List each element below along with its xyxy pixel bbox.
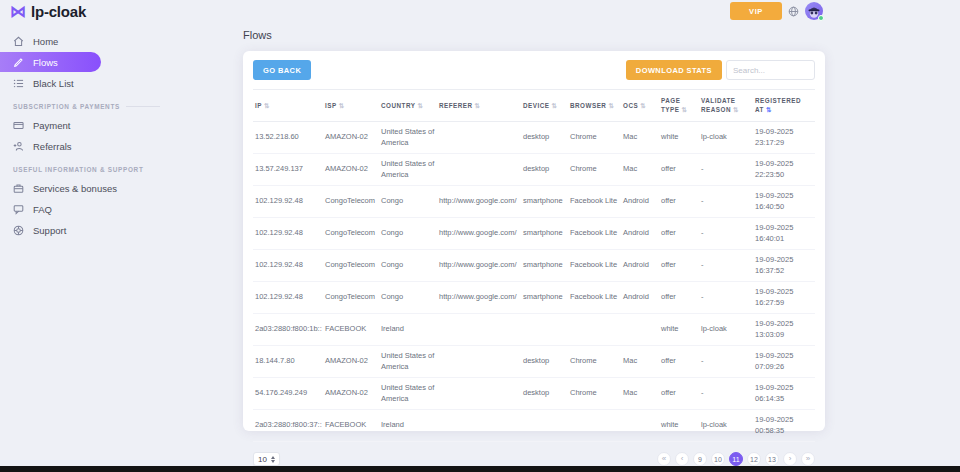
cell-validate-reason: -: [699, 282, 753, 314]
sidebar-item-label: Services & bonuses: [33, 183, 117, 194]
column-header-isp[interactable]: ISP⇅: [323, 90, 379, 122]
go-back-button[interactable]: GO BACK: [253, 60, 311, 80]
per-page-select[interactable]: 10: [253, 452, 280, 466]
column-header-validate-reason[interactable]: VALIDATE REASON⇅: [699, 90, 753, 122]
cell-country: Congo: [379, 250, 437, 282]
column-header-ip[interactable]: IP⇅: [253, 90, 323, 122]
sidebar-item-referrals[interactable]: Referrals: [0, 136, 232, 156]
page-button-12[interactable]: 12: [747, 452, 761, 466]
sort-icon: ⇅: [640, 102, 646, 109]
main-content: Flows GO BACK DOWNLOAD STATS IP⇅: [243, 29, 825, 431]
column-header-browser[interactable]: BROWSER⇅: [568, 90, 621, 122]
bottom-bar: [0, 466, 960, 472]
language-globe-icon[interactable]: [788, 6, 799, 17]
list-icon: [13, 78, 24, 89]
page-button-13[interactable]: 13: [765, 452, 779, 466]
cell-referer: [437, 314, 521, 346]
registered-date: 19-09-2025: [755, 159, 813, 170]
table-row: 2a03:2880:f800:37:: FACEBOOK Ireland whi…: [253, 410, 815, 442]
cell-device: desktop: [521, 122, 568, 154]
sidebar-item-services[interactable]: Services & bonuses: [0, 178, 232, 198]
page-button-9[interactable]: 9: [693, 452, 707, 466]
vip-button[interactable]: VIP: [730, 2, 782, 20]
column-header-device[interactable]: DEVICE⇅: [521, 90, 568, 122]
sidebar-section-support: USEFUL INFORMATION & SUPPORT: [13, 166, 232, 173]
card-toolbar: GO BACK DOWNLOAD STATS: [253, 60, 815, 80]
cell-validate-reason: lp-cloak: [699, 314, 753, 346]
cell-browser: Chrome: [568, 378, 621, 410]
prev-page-button[interactable]: ‹: [675, 452, 689, 466]
cell-isp: CongoTelecom: [323, 186, 379, 218]
sidebar-item-faq[interactable]: FAQ: [0, 199, 232, 219]
table-row: 2a03:2880:f800:1b:: FACEBOOK Ireland whi…: [253, 314, 815, 346]
cell-device: smartphone: [521, 218, 568, 250]
column-label: PAGE TYPE: [661, 97, 680, 113]
column-header-country[interactable]: COUNTRY⇅: [379, 90, 437, 122]
cell-page-type: white: [659, 122, 699, 154]
registered-time: 16:37:52: [755, 266, 813, 277]
cell-ip: 102.129.92.48: [253, 218, 323, 250]
next-page-button[interactable]: ›: [783, 452, 797, 466]
column-header-page-type[interactable]: PAGE TYPE⇅: [659, 90, 699, 122]
cell-page-type: white: [659, 410, 699, 442]
registered-time: 23:17:29: [755, 138, 813, 149]
sidebar-item-label: Flows: [33, 57, 58, 68]
sort-icon: ⇅: [681, 106, 687, 113]
cell-ocs: Android: [621, 250, 659, 282]
cell-ip: 54.176.249.249: [253, 378, 323, 410]
column-label: ISP: [325, 102, 337, 109]
sidebar-item-label: Home: [33, 36, 58, 47]
cell-page-type: offer: [659, 186, 699, 218]
logo[interactable]: ⋈ lp-cloak: [10, 3, 86, 20]
table-row: 13.52.218.60 AMAZON-02 United States of …: [253, 122, 815, 154]
column-label: BROWSER: [570, 102, 606, 109]
cell-referer: http://www.google.com/: [437, 250, 521, 282]
search-input[interactable]: [726, 60, 815, 80]
cell-validate-reason: -: [699, 154, 753, 186]
sidebar-item-support[interactable]: Support: [0, 220, 232, 240]
first-page-button[interactable]: «: [657, 452, 671, 466]
sidebar-item-home[interactable]: Home: [0, 31, 232, 51]
page-button-10[interactable]: 10: [711, 452, 725, 466]
cell-browser: [568, 410, 621, 442]
cell-device: desktop: [521, 378, 568, 410]
cell-ip: 13.57.249.137: [253, 154, 323, 186]
registered-date: 19-09-2025: [755, 287, 813, 298]
credit-card-icon: [13, 120, 24, 131]
home-icon: [13, 36, 24, 47]
cell-ocs: Mac: [621, 346, 659, 378]
column-header-referer[interactable]: REFERER⇅: [437, 90, 521, 122]
column-label: REFERER: [439, 102, 473, 109]
last-page-button[interactable]: »: [801, 452, 815, 466]
avatar[interactable]: [805, 2, 823, 20]
table-row: 18.144.7.80 AMAZON-02 United States of A…: [253, 346, 815, 378]
download-stats-button[interactable]: DOWNLOAD STATS: [626, 60, 722, 80]
page-button-11-active[interactable]: 11: [729, 452, 743, 466]
registered-date: 19-09-2025: [755, 223, 813, 234]
cell-page-type: offer: [659, 250, 699, 282]
cell-validate-reason: lp-cloak: [699, 122, 753, 154]
column-header-registered-at[interactable]: REGISTERED AT⇅: [753, 90, 815, 122]
sidebar-item-black-list[interactable]: Black List: [0, 73, 232, 93]
cell-ip: 102.129.92.48: [253, 282, 323, 314]
cell-isp: CongoTelecom: [323, 250, 379, 282]
cell-referer: [437, 346, 521, 378]
sidebar-item-flows[interactable]: Flows: [0, 52, 101, 72]
cell-ip: 2a03:2880:f800:1b::: [253, 314, 323, 346]
pagination: « ‹ 9 10 11 12 13 › »: [657, 452, 815, 466]
cell-browser: Chrome: [568, 346, 621, 378]
column-label: VALIDATE REASON: [701, 97, 736, 113]
cell-ip: 102.129.92.48: [253, 250, 323, 282]
cell-device: [521, 410, 568, 442]
cell-country: Congo: [379, 186, 437, 218]
cell-browser: Facebook Lite: [568, 218, 621, 250]
cell-ocs: [621, 410, 659, 442]
mask-logo-icon: ⋈: [10, 4, 26, 20]
cell-validate-reason: -: [699, 186, 753, 218]
column-header-ocs[interactable]: OCS⇅: [621, 90, 659, 122]
cell-device: smartphone: [521, 186, 568, 218]
cell-country: Ireland: [379, 314, 437, 346]
cell-validate-reason: lp-cloak: [699, 410, 753, 442]
cell-validate-reason: -: [699, 378, 753, 410]
sidebar-item-payment[interactable]: Payment: [0, 115, 232, 135]
